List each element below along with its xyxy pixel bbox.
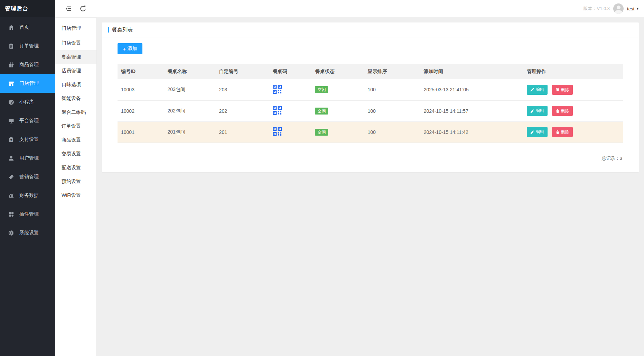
- refresh-icon[interactable]: [80, 5, 86, 12]
- sidebar-item-marketing[interactable]: 营销管理: [0, 167, 55, 186]
- edit-button[interactable]: 编辑: [527, 85, 548, 95]
- col-sort: 显示排序: [364, 64, 420, 79]
- edit-button[interactable]: 编辑: [527, 106, 548, 116]
- submenu-item-table-management[interactable]: 餐桌管理: [55, 50, 96, 64]
- sidebar-item-label: 商品管理: [19, 62, 39, 68]
- cell-id: 10001: [118, 121, 164, 143]
- status-badge: 空闲: [315, 108, 328, 115]
- sidebar-item-plugins[interactable]: 插件管理: [0, 205, 55, 223]
- home-icon: [8, 25, 14, 30]
- submenu-item-order-settings[interactable]: 订单设置: [55, 119, 96, 133]
- edit-button[interactable]: 编辑: [527, 127, 548, 137]
- sidebar-item-settings[interactable]: 系统设置: [0, 223, 55, 242]
- sidebar-item-label: 财务数据: [19, 192, 39, 199]
- cell-code: 202: [216, 100, 269, 121]
- cell-id: 10003: [118, 79, 164, 100]
- qrcode-icon[interactable]: [273, 85, 282, 94]
- status-badge: 空闲: [315, 129, 328, 136]
- table-row: 10002 202包间 202 空闲 100 2024-10-15 14:11:…: [118, 100, 623, 121]
- submenu-item-smart-devices[interactable]: 智能设备: [55, 92, 96, 106]
- submenu-item-reservation-settings[interactable]: 预约设置: [55, 175, 96, 189]
- table-header-row: 编号ID 餐桌名称 自定编号 餐桌码 餐桌状态 显示排序 添加时间 管理操作: [118, 64, 623, 79]
- col-status: 餐桌状态: [311, 64, 364, 79]
- submenu-item-staff[interactable]: 店员管理: [55, 64, 96, 78]
- col-time: 添加时间: [420, 64, 523, 79]
- cell-time: 2024-10-15 14:11:42: [420, 121, 523, 143]
- tables-table: 编号ID 餐桌名称 自定编号 餐桌码 餐桌状态 显示排序 添加时间 管理操作 1…: [118, 64, 623, 143]
- cell-name: 201包间: [164, 121, 216, 143]
- submenu-item-wifi-settings[interactable]: WiFi设置: [55, 189, 96, 202]
- pencil-icon: [530, 130, 534, 134]
- payment-icon: ¥: [8, 137, 14, 143]
- delete-button[interactable]: 删除: [552, 127, 573, 137]
- sidebar-item-home[interactable]: 首页: [0, 18, 55, 37]
- pencil-icon: [530, 88, 534, 92]
- add-button[interactable]: + 添加: [118, 43, 142, 54]
- add-button-label: 添加: [128, 46, 137, 52]
- trash-icon: [556, 109, 560, 113]
- miniprogram-icon: [8, 99, 14, 105]
- status-badge: 空闲: [315, 86, 328, 93]
- secondary-sidebar: 门店管理 门店设置 餐桌管理 店员管理 口味选项 智能设备 聚合二维码 订单设置…: [55, 18, 96, 356]
- finance-icon: [8, 193, 14, 199]
- cell-id: 10002: [118, 100, 164, 121]
- col-actions: 管理操作: [523, 64, 623, 79]
- user-dropdown[interactable]: test ▼: [627, 6, 639, 11]
- cell-sort: 100: [364, 121, 420, 143]
- trash-icon: [556, 130, 560, 134]
- submenu-item-flavor-options[interactable]: 口味选项: [55, 78, 96, 92]
- sidebar-item-platform[interactable]: 平台管理: [0, 111, 55, 130]
- plugin-icon: [8, 211, 14, 217]
- sidebar-item-label: 首页: [19, 24, 29, 30]
- cell-code: 201: [216, 121, 269, 143]
- avatar[interactable]: [613, 3, 624, 14]
- delete-button[interactable]: 删除: [552, 106, 573, 116]
- cell-time: 2025-03-13 21:41:05: [420, 79, 523, 100]
- cell-sort: 100: [364, 100, 420, 121]
- submenu-item-trade-settings[interactable]: 交易设置: [55, 147, 96, 161]
- cell-name: 203包间: [164, 79, 216, 100]
- submenu-item-delivery-settings[interactable]: 配送设置: [55, 161, 96, 175]
- sidebar-item-payment[interactable]: ¥ 支付设置: [0, 130, 55, 149]
- gear-icon: [8, 230, 14, 236]
- sidebar-item-label: 订单管理: [19, 43, 39, 49]
- platform-icon: [8, 118, 14, 124]
- collapse-menu-icon[interactable]: [65, 5, 72, 12]
- delete-button[interactable]: 删除: [552, 85, 573, 95]
- sidebar-item-finance[interactable]: 财务数据: [0, 186, 55, 205]
- plus-icon: +: [123, 46, 126, 52]
- sidebar-item-label: 支付设置: [19, 136, 39, 143]
- sidebar-item-products[interactable]: 商品管理: [0, 55, 55, 74]
- sidebar-item-label: 营销管理: [19, 174, 39, 180]
- sidebar-item-label: 门店管理: [19, 80, 39, 86]
- store-icon: [8, 81, 14, 86]
- submenu-item-aggregate-qrcode[interactable]: 聚合二维码: [55, 106, 96, 119]
- col-name: 餐桌名称: [164, 64, 216, 79]
- sidebar-item-label: 系统设置: [19, 230, 39, 236]
- qrcode-icon[interactable]: [273, 106, 282, 115]
- page-title: 餐桌列表: [112, 27, 133, 33]
- table-row: 10001 201包间 201 空闲 100 2024-10-15 14:11:…: [118, 121, 623, 143]
- trash-icon: [556, 88, 560, 92]
- cell-time: 2024-10-15 14:11:57: [420, 100, 523, 121]
- svg-text:¥: ¥: [10, 138, 12, 142]
- sidebar-item-label: 小程序: [19, 99, 34, 105]
- sidebar-item-label: 插件管理: [19, 211, 39, 217]
- submenu-item-store-settings[interactable]: 门店设置: [55, 36, 96, 50]
- sidebar-item-miniprogram[interactable]: 小程序: [0, 93, 55, 111]
- user-icon: [8, 155, 14, 161]
- sidebar-item-store[interactable]: 门店管理: [0, 74, 55, 93]
- pencil-icon: [530, 109, 534, 113]
- main-sidebar: 管理后台 首页 订单管理 商品管理 门店管理 小程序 平台管理 ¥ 支: [0, 0, 55, 356]
- product-icon: [8, 62, 14, 68]
- col-code: 自定编号: [216, 64, 269, 79]
- top-header: 版本：V1.0.3 test ▼: [55, 0, 644, 17]
- submenu-item-product-settings[interactable]: 商品设置: [55, 133, 96, 147]
- sidebar-item-users[interactable]: 用户管理: [0, 149, 55, 167]
- sidebar-item-orders[interactable]: 订单管理: [0, 37, 55, 55]
- qrcode-icon[interactable]: [273, 127, 282, 136]
- table-row: 10003 203包间 203 空闲 100 2025-03-13 21:41:…: [118, 79, 623, 100]
- order-icon: [8, 43, 14, 49]
- main-content: 餐桌列表 + 添加 编号ID 餐桌名称 自定编号 餐桌码 餐桌状: [96, 18, 644, 356]
- total-records: 总记录：3: [118, 143, 623, 162]
